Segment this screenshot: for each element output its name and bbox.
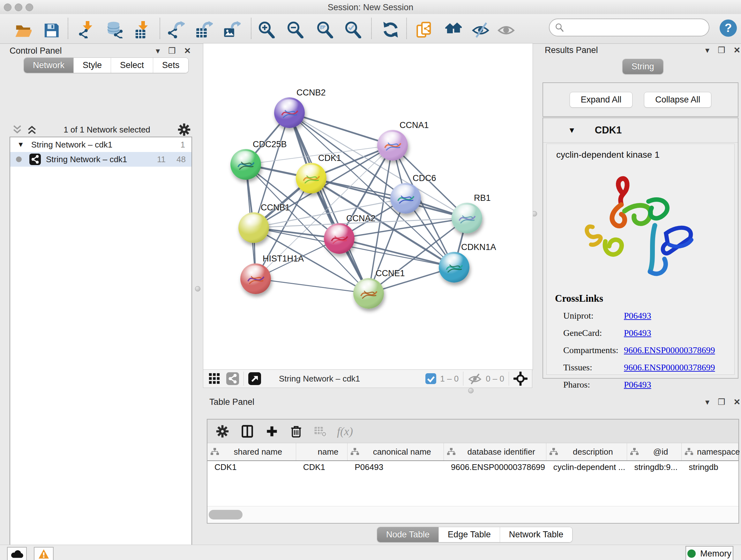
control-panel-collapse-icon[interactable]: ▾: [156, 46, 160, 56]
crosslink-link[interactable]: P06493: [624, 311, 651, 321]
zoom-in-button[interactable]: [256, 20, 276, 40]
table-row[interactable]: CDK1CDK1P064939606.ENSP00000378699cyclin…: [207, 460, 738, 475]
open-session-button[interactable]: [13, 20, 33, 40]
column-header-name[interactable]: name: [296, 443, 348, 460]
grid-view-icon[interactable]: [208, 373, 220, 385]
network-canvas[interactable]: CCNB2CCNA1CDC25BCDK1CDC6RB1CCNB1CCNA2CDK…: [203, 43, 533, 370]
import-table-button[interactable]: [132, 20, 152, 40]
network-node-hist1h1a[interactable]: [240, 263, 271, 294]
table-panel-close-icon[interactable]: ✕: [733, 397, 740, 407]
help-button[interactable]: ?: [720, 19, 737, 37]
export-table-button[interactable]: [194, 20, 214, 40]
results-panel-float-icon[interactable]: ❒: [718, 45, 725, 55]
tab-string[interactable]: String: [623, 59, 663, 74]
selected-checkbox-icon[interactable]: [425, 373, 436, 384]
tab-edge-table[interactable]: Edge Table: [439, 527, 500, 542]
copy-network-button[interactable]: [414, 20, 434, 40]
bottom-splitter-grip[interactable]: [468, 388, 474, 393]
protein-structure-image: [574, 163, 708, 291]
pan-move-icon[interactable]: [514, 372, 528, 386]
network-selection-status: 1 of 1 Network selected: [37, 125, 177, 135]
table-cell[interactable]: cyclin-dependent ...: [546, 460, 627, 475]
export-image-button[interactable]: [222, 20, 242, 40]
table-cell[interactable]: stringdb: [682, 460, 738, 475]
delete-column-trash-icon[interactable]: [289, 424, 303, 438]
column-header-canonical-name[interactable]: canonical name: [347, 443, 444, 460]
home-layout-button[interactable]: [443, 20, 463, 40]
crosslink-link[interactable]: 9606.ENSP00000378699: [624, 345, 715, 355]
table-cell[interactable]: stringdb:9...: [627, 460, 682, 475]
tab-select[interactable]: Select: [111, 58, 153, 73]
network-node-cdkn1a[interactable]: [439, 252, 469, 283]
zoom-selected-button[interactable]: [343, 20, 362, 40]
network-node-ccnb1[interactable]: [239, 212, 269, 243]
collapse-all-networks-icon[interactable]: [12, 125, 22, 134]
column-header-namespace[interactable]: namespace: [682, 443, 738, 460]
crosslink-link[interactable]: 9606.ENSP00000378699: [624, 362, 715, 373]
control-panel-float-icon[interactable]: ❒: [168, 46, 176, 56]
create-column-plus-icon[interactable]: [265, 424, 279, 438]
table-panel-collapse-icon[interactable]: ▾: [705, 397, 710, 407]
tab-style[interactable]: Style: [74, 58, 111, 73]
network-node-ccna1[interactable]: [377, 130, 408, 161]
network-node-cdc6[interactable]: [390, 183, 421, 213]
tab-node-table[interactable]: Node Table: [377, 527, 439, 542]
column-header--id[interactable]: @id: [627, 443, 682, 460]
export-network-button[interactable]: [166, 20, 186, 40]
zoom-fit-button[interactable]: [315, 20, 334, 40]
network-options-gear-icon[interactable]: [177, 122, 192, 137]
show-columns-icon[interactable]: [240, 424, 255, 439]
birds-eye-view-icon[interactable]: [248, 372, 261, 385]
collection-count: 1: [181, 140, 185, 150]
table-horizontal-scrollbar[interactable]: [207, 506, 738, 523]
refresh-button[interactable]: [381, 20, 401, 40]
network-node-cdk1[interactable]: [296, 163, 327, 193]
network-edges[interactable]: [203, 44, 533, 370]
network-collection-row[interactable]: ▼ String Network – cdk1 1: [10, 137, 192, 152]
expand-all-button[interactable]: Expand All: [569, 92, 633, 108]
control-panel-close-icon[interactable]: ✕: [184, 46, 191, 56]
crosslink-link[interactable]: P06493: [624, 328, 651, 338]
tab-network-table[interactable]: Network Table: [500, 527, 572, 542]
column-header-shared-name[interactable]: shared name: [207, 443, 296, 460]
column-header-description[interactable]: description: [546, 443, 627, 460]
save-session-button[interactable]: [41, 20, 61, 40]
tab-sets[interactable]: Sets: [153, 58, 188, 73]
table-settings-gear-icon[interactable]: [215, 424, 230, 439]
crosslinks-list: Uniprot:P06493GeneCard:P06493Compartment…: [563, 311, 734, 390]
network-row[interactable]: String Network – cdk1 11 48: [10, 152, 192, 167]
table-panel-float-icon[interactable]: ❒: [718, 397, 725, 407]
table-cell[interactable]: CDK1: [296, 460, 348, 475]
network-node-cdc25b[interactable]: [230, 149, 261, 180]
search-input[interactable]: [567, 22, 704, 33]
disclosure-triangle-icon[interactable]: ▼: [17, 140, 24, 149]
warning-status-button[interactable]: [34, 547, 54, 560]
show-all-button[interactable]: [496, 20, 516, 40]
collapse-all-button[interactable]: Collapse All: [644, 92, 711, 108]
network-node-ccne1[interactable]: [353, 278, 384, 309]
network-node-ccna2[interactable]: [324, 223, 354, 254]
table-cell[interactable]: 9606.ENSP00000378699: [444, 460, 546, 475]
scrollbar-thumb[interactable]: [209, 510, 243, 519]
import-network-database-button[interactable]: [105, 20, 124, 40]
results-panel-close-icon[interactable]: ✕: [733, 45, 740, 55]
column-header-database-identifier[interactable]: database identifier: [444, 443, 546, 460]
tab-network[interactable]: Network: [24, 58, 74, 73]
cloud-status-button[interactable]: [7, 547, 27, 560]
string-view-icon[interactable]: [226, 372, 239, 385]
hide-selected-button[interactable]: [471, 20, 490, 40]
memory-button[interactable]: Memory: [685, 546, 733, 560]
search-box[interactable]: [549, 18, 710, 37]
import-network-file-button[interactable]: [77, 20, 96, 40]
network-node-ccnb2[interactable]: [274, 98, 305, 128]
crosslink-link[interactable]: P06493: [624, 380, 651, 390]
table-cell[interactable]: P06493: [347, 460, 444, 475]
zoom-out-button[interactable]: [285, 20, 305, 40]
protein-disclosure-icon[interactable]: ▼: [568, 126, 576, 135]
protein-details: cyclin-dependent kinase 1: [546, 144, 735, 375]
expand-all-networks-icon[interactable]: [27, 125, 37, 134]
network-node-rb1[interactable]: [452, 203, 482, 233]
table-cell[interactable]: CDK1: [207, 460, 296, 475]
left-splitter-grip[interactable]: [195, 286, 200, 292]
results-panel-collapse-icon[interactable]: ▾: [705, 45, 710, 55]
